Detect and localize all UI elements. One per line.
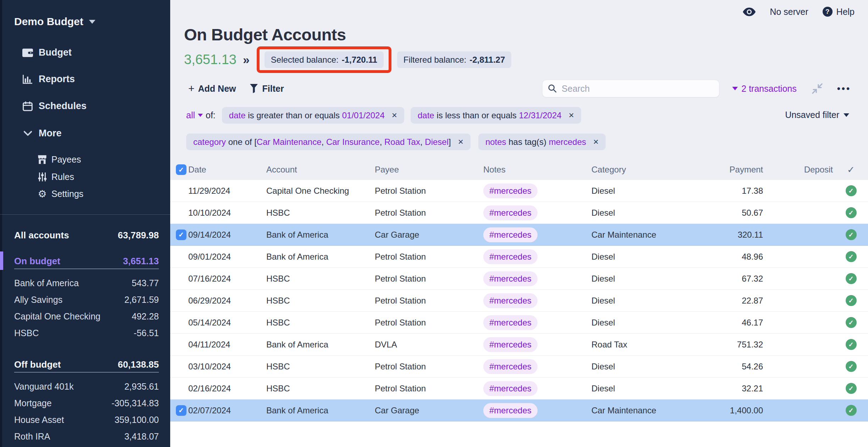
cell-date[interactable]: 07/16/2024 bbox=[188, 268, 263, 289]
cell-deposit[interactable] bbox=[773, 378, 833, 399]
cleared-icon[interactable]: ✓ bbox=[846, 405, 857, 416]
cleared-icon[interactable]: ✓ bbox=[846, 185, 857, 196]
transaction-row[interactable]: 07/16/2024HSBCPetrol Station#mercedesDie… bbox=[170, 268, 868, 290]
cell-payment[interactable]: 1,400.00 bbox=[671, 400, 763, 421]
column-header-notes[interactable]: Notes bbox=[483, 159, 590, 180]
select-all-checkbox[interactable]: ✓ bbox=[176, 164, 187, 175]
cell-payment[interactable]: 67.32 bbox=[671, 268, 763, 289]
row-checkbox[interactable]: ✓ bbox=[176, 230, 187, 240]
cell-notes[interactable]: #mercedes bbox=[483, 356, 590, 377]
cleared-icon[interactable]: ✓ bbox=[846, 207, 857, 218]
cell-account[interactable]: Bank of America bbox=[266, 400, 373, 421]
cell-date[interactable]: 06/29/2024 bbox=[188, 290, 263, 311]
account-group-header[interactable]: Off budget60,138.85 bbox=[14, 357, 159, 373]
cell-date[interactable]: 02/16/2024 bbox=[188, 378, 263, 399]
cell-payee[interactable]: DVLA bbox=[375, 334, 481, 355]
account-balance[interactable]: 3,651.13 bbox=[184, 52, 237, 67]
transaction-row[interactable]: 05/14/2024HSBCPetrol Station#mercedesDie… bbox=[170, 312, 868, 334]
sidebar-item-rules[interactable]: Rules bbox=[38, 172, 74, 182]
cell-date[interactable]: 05/14/2024 bbox=[188, 312, 263, 333]
cell-payee[interactable]: Petrol Station bbox=[375, 246, 481, 267]
unsaved-filter-dropdown[interactable]: Unsaved filter bbox=[785, 110, 849, 120]
account-group-header[interactable]: On budget3,651.13 bbox=[14, 254, 159, 269]
cell-payment[interactable]: 22.87 bbox=[671, 290, 763, 311]
cell-notes[interactable]: #mercedes bbox=[483, 290, 590, 311]
privacy-eye-icon[interactable] bbox=[743, 7, 756, 16]
cell-account[interactable]: Capital One Checking bbox=[266, 180, 373, 202]
cell-deposit[interactable] bbox=[773, 202, 833, 224]
cleared-icon[interactable]: ✓ bbox=[846, 317, 857, 328]
transaction-row[interactable]: 09/01/2024Bank of AmericaPetrol Station#… bbox=[170, 246, 868, 268]
cell-deposit[interactable] bbox=[773, 312, 833, 333]
column-header-date[interactable]: Date bbox=[188, 159, 263, 180]
cleared-icon[interactable]: ✓ bbox=[846, 251, 857, 262]
sidebar-item-settings[interactable]: ⚙ Settings bbox=[38, 189, 83, 199]
sidebar-account-item[interactable]: Roth IRA3,418.07 bbox=[14, 428, 159, 445]
cell-payment[interactable]: 50.67 bbox=[671, 202, 763, 224]
cleared-icon[interactable]: ✓ bbox=[846, 295, 857, 306]
cleared-icon[interactable]: ✓ bbox=[846, 229, 857, 240]
transaction-row[interactable]: ✓02/07/2024Bank of AmericaCar Garage#mer… bbox=[170, 400, 868, 421]
cell-payment[interactable]: 751.32 bbox=[671, 334, 763, 355]
remove-filter-icon[interactable]: × bbox=[392, 110, 397, 121]
sidebar-account-item[interactable]: Ally Savings2,671.59 bbox=[14, 292, 159, 308]
remove-filter-icon[interactable]: × bbox=[593, 136, 599, 147]
cell-deposit[interactable] bbox=[773, 224, 833, 245]
filter-chip[interactable]: date is greater than or equals 01/01/202… bbox=[222, 107, 404, 124]
help-button[interactable]: ? Help bbox=[823, 7, 855, 17]
column-header-payee[interactable]: Payee bbox=[375, 159, 481, 180]
cell-payment[interactable]: 320.11 bbox=[671, 224, 763, 245]
cell-notes[interactable]: #mercedes bbox=[483, 268, 590, 289]
all-accounts-row[interactable]: All accounts 63,789.98 bbox=[14, 225, 159, 245]
cell-notes[interactable]: #mercedes bbox=[483, 246, 590, 267]
cell-payee[interactable]: Petrol Station bbox=[375, 268, 481, 289]
cell-deposit[interactable] bbox=[773, 268, 833, 289]
transaction-row[interactable]: 11/29/2024Capital One CheckingPetrol Sta… bbox=[170, 180, 868, 202]
cell-payee[interactable]: Petrol Station bbox=[375, 312, 481, 333]
sidebar-item-budget[interactable]: Budget bbox=[22, 47, 72, 58]
cell-date[interactable]: 09/14/2024 bbox=[188, 224, 263, 245]
sidebar-item-reports[interactable]: Reports bbox=[22, 74, 75, 85]
double-chevron-icon[interactable]: » bbox=[243, 53, 250, 67]
cell-account[interactable]: HSBC bbox=[266, 290, 373, 311]
cell-notes[interactable]: #mercedes bbox=[483, 334, 590, 355]
cleared-icon[interactable]: ✓ bbox=[846, 273, 857, 284]
filter-chip[interactable]: notes has tag(s) mercedes× bbox=[478, 134, 606, 150]
conjunction-dropdown[interactable]: all bbox=[186, 110, 195, 120]
cell-payment[interactable]: 46.17 bbox=[671, 312, 763, 333]
cell-date[interactable]: 11/29/2024 bbox=[188, 180, 263, 202]
collapse-icon[interactable] bbox=[812, 83, 823, 94]
cell-payee[interactable]: Petrol Station bbox=[375, 290, 481, 311]
transaction-row[interactable]: 10/10/2024HSBCPetrol Station#mercedesDie… bbox=[170, 202, 868, 224]
cell-payment[interactable]: 17.38 bbox=[671, 180, 763, 202]
sidebar-account-item[interactable]: HSBC-56.51 bbox=[14, 325, 159, 341]
cell-deposit[interactable] bbox=[773, 246, 833, 267]
transaction-row[interactable]: ✓09/14/2024Bank of AmericaCar Garage#mer… bbox=[170, 224, 868, 246]
filter-chip[interactable]: category one of [Car Maintenance, Car In… bbox=[186, 134, 471, 150]
server-status[interactable]: No server bbox=[770, 7, 808, 17]
more-options-icon[interactable]: ••• bbox=[837, 83, 851, 94]
cell-account[interactable]: HSBC bbox=[266, 268, 373, 289]
cleared-icon[interactable]: ✓ bbox=[846, 383, 857, 394]
cell-account[interactable]: HSBC bbox=[266, 378, 373, 399]
cell-notes[interactable]: #mercedes bbox=[483, 312, 590, 333]
cell-notes[interactable]: #mercedes bbox=[483, 224, 590, 245]
cell-payee[interactable]: Petrol Station bbox=[375, 378, 481, 399]
cell-notes[interactable]: #mercedes bbox=[483, 180, 590, 202]
cell-date[interactable]: 10/10/2024 bbox=[188, 202, 263, 224]
cell-payee[interactable]: Petrol Station bbox=[375, 356, 481, 377]
cell-payment[interactable]: 54.26 bbox=[671, 356, 763, 377]
search-input[interactable] bbox=[561, 83, 713, 94]
filter-button[interactable]: Filter bbox=[250, 84, 284, 94]
sidebar-account-item[interactable]: Mortgage-305,314.83 bbox=[14, 395, 159, 412]
remove-filter-icon[interactable]: × bbox=[458, 136, 463, 147]
remove-filter-icon[interactable]: × bbox=[569, 110, 574, 121]
sidebar-account-item[interactable]: Vanguard 401k2,935.61 bbox=[14, 378, 159, 395]
transaction-row[interactable]: 03/10/2024HSBCPetrol Station#mercedesDie… bbox=[170, 356, 868, 378]
row-checkbox[interactable]: ✓ bbox=[176, 405, 187, 416]
transaction-row[interactable]: 02/16/2024HSBCPetrol Station#mercedesDie… bbox=[170, 378, 868, 400]
budget-switcher[interactable]: Demo Budget bbox=[14, 16, 95, 28]
cell-date[interactable]: 09/01/2024 bbox=[188, 246, 263, 267]
cleared-icon[interactable]: ✓ bbox=[846, 361, 857, 372]
cell-payee[interactable]: Car Garage bbox=[375, 224, 481, 245]
